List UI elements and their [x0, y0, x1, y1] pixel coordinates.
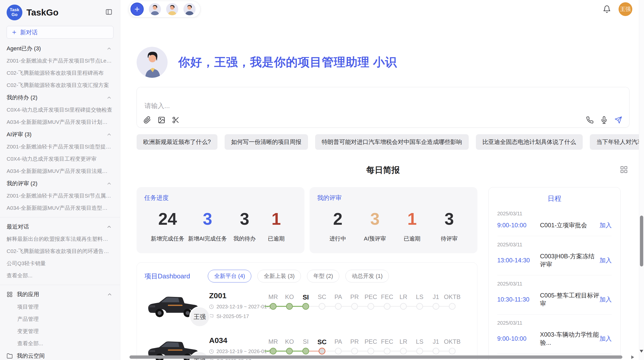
agent-avatar-1[interactable] [149, 3, 161, 15]
sidebar-collapse-icon[interactable] [105, 8, 112, 17]
agent-avatar-2[interactable] [166, 3, 178, 15]
milestone-label: PA [334, 293, 342, 301]
milestone-label: PEC [364, 338, 377, 345]
vertical-scrollbar-thumb[interactable] [640, 216, 643, 266]
sidebar-item[interactable]: A034-全新新能源MUV产品开发项目造型可行性评审 [0, 202, 120, 214]
recent-conversation-item[interactable]: 解释最新出台的欧盟报废车法规再生塑料比例被调至15%... [0, 233, 120, 245]
schedule-date: 2025/03/11 [497, 320, 612, 326]
sidebar-item[interactable]: C0X4-动力总成开发项目SI里程碑提交物检查 [0, 104, 120, 116]
apps-view-all[interactable]: 查看全部... [0, 337, 120, 350]
sidebar-item[interactable]: C0X4-动力总成开发项目工程变更评审 [0, 153, 120, 165]
schedule-join-button[interactable]: 加入 [599, 295, 612, 304]
app-item[interactable]: 产品管理 [0, 313, 120, 325]
apps-items: 项目管理产品管理变更管理 [0, 301, 120, 337]
schedule-item[interactable]: 2025/03/11 13:00-14:30 C003|H0B-方案冻结评审 加… [497, 236, 612, 275]
stat-label: 已逾期 [262, 235, 290, 243]
sidebar-section-header[interactable]: AI评审 (3) [0, 128, 120, 141]
sidebar-item[interactable]: Z001-全新燃油轻卡产品开发项目SI节点属性5D文件评审 [0, 190, 120, 202]
plus-icon [134, 6, 140, 12]
horizontal-scrollbar-thumb[interactable] [129, 355, 622, 359]
app-item[interactable]: 项目管理 [0, 301, 120, 313]
scroll-right-arrow-icon[interactable] [631, 355, 634, 359]
scroll-down-arrow-icon[interactable] [640, 350, 643, 353]
milestone-label: LS [416, 338, 423, 345]
vertical-scrollbar[interactable] [639, 0, 644, 360]
recent-conversation-item[interactable]: C02-飞腾新能源轻客改款项目的闭环通告反馈情况 [0, 245, 120, 257]
attachment-icon[interactable] [143, 116, 151, 124]
chevron-up-icon [106, 46, 112, 51]
schedule-item[interactable]: 2025/03/11 10:30-11:30 C005-整车工程目标评审 加入 [497, 275, 612, 314]
sidebar-item[interactable]: C02-飞腾新能源轻客改款项目立项汇报方案 [0, 79, 120, 91]
apps-section-header[interactable]: 我的应用 [0, 288, 120, 301]
milestone-label: MR [268, 293, 278, 301]
sidebar-link[interactable]: 我的云空间 [0, 350, 120, 360]
sidebar-item[interactable]: A034-全新新能源MUV产品开发项目法规符合性评审 [0, 165, 120, 177]
divider [0, 217, 120, 217]
dashboard-tab[interactable]: 全新平台 (4) [208, 270, 251, 282]
sidebar-section-title: Agent已办 (3) [7, 45, 41, 52]
suggestion-chip[interactable]: 特朗普可能对进口汽车增税会对中国车企造成哪些影响 [315, 134, 469, 150]
image-upload-icon[interactable] [158, 116, 165, 124]
assistant-hero: 你好，王强，我是你的项目管理助理 小识 [137, 47, 630, 78]
recent-view-all[interactable]: 查看全部... [0, 269, 120, 282]
stat: 2 进行中 [324, 211, 352, 243]
horizontal-scrollbar[interactable] [128, 355, 634, 359]
agent-avatar-3[interactable] [183, 3, 196, 15]
voice-call-icon[interactable] [586, 116, 594, 124]
schedule-join-button[interactable]: 加入 [599, 256, 612, 264]
sidebar-section-header[interactable]: Agent已办 (3) [0, 42, 120, 55]
milestone-label: PEC [364, 293, 377, 301]
stat-label: 我的待办 [231, 235, 259, 243]
suggestion-chip[interactable]: 比亚迪全固态电池计划具体说了什么 [476, 134, 583, 150]
milestone-label: PA [334, 338, 342, 345]
suggestion-chip[interactable]: 欧洲新规最近颁布了什么? [137, 134, 217, 150]
schedule-item[interactable]: 2025/03/11 9:00-10:00 C001-立项审批会 加入 [497, 205, 612, 236]
sidebar-item[interactable]: Z001-全新燃油皮卡产品开发项目SI节点Lesson Learn报告 [0, 55, 120, 67]
recent-section-header[interactable]: 最近对话 [0, 220, 120, 233]
suggestion-chip[interactable]: 当下年轻人对汽车外观有怎样的喜好趋势 [590, 134, 639, 150]
stat-label: 待评审 [435, 235, 463, 243]
milestone-label: MR [268, 338, 278, 345]
sidebar-item[interactable]: A034-全新新能源MUV产品开发项目计划变更表编写 [0, 116, 120, 128]
stat: 1 已逾期 [398, 211, 426, 243]
sidebar-section-header[interactable]: 我的评审 (2) [0, 177, 120, 190]
add-agent-button[interactable] [130, 3, 144, 16]
milestone-label: PR [350, 293, 359, 301]
dashboard-tab[interactable]: 年型 (2) [307, 270, 339, 282]
schedule-join-button[interactable]: 加入 [599, 221, 612, 229]
microphone-icon[interactable] [600, 116, 608, 124]
send-icon[interactable] [614, 116, 622, 124]
user-avatar[interactable]: 王强 [619, 2, 632, 16]
chevron-up-icon [106, 95, 112, 100]
recent-conversation-item[interactable]: 公司Q3轻卡销量 [0, 257, 120, 269]
message-input[interactable] [137, 87, 629, 127]
schedule-item[interactable]: 2025/03/11 9:00-10:00 X003-车辆动力学性能验... 加… [497, 314, 612, 354]
project-row[interactable]: 王强 Z001 2023-12-19 ~ 2027-01-19 SI-2025-… [137, 282, 477, 327]
stat-value: 24 [151, 211, 184, 227]
new-chat-button[interactable]: 新对话 [7, 26, 113, 39]
sidebar-links: 我的云空间 我的收藏 [0, 350, 120, 360]
app-item[interactable]: 变更管理 [0, 325, 120, 337]
milestone-label: LR [400, 293, 407, 301]
schedule-join-button[interactable]: 加入 [599, 335, 612, 343]
milestone-label: SC [317, 338, 327, 346]
milestone-label: PR [350, 338, 359, 345]
app-logo: Task Go [7, 5, 22, 20]
sidebar-item[interactable]: C02-飞腾新能源轻客改款项目里程碑画布 [0, 67, 120, 79]
sidebar-item[interactable]: Z001-全新燃油轻卡产品开发项目SI造型提交物评审 [0, 141, 120, 153]
milestone-label: FEC [381, 293, 393, 301]
stat-card: 任务进度 24 新增完成任务 3 新增AI完成任务 3 我的待办 1 已逾期 [137, 187, 304, 253]
stat-card-title: 我的评审 [317, 194, 470, 202]
dashboard-tab[interactable]: 全新上装 (3) [257, 270, 301, 282]
scissors-icon[interactable] [172, 116, 180, 124]
suggestion-chip[interactable]: 如何写一份清晰的项目周报 [225, 134, 308, 150]
schedule-card: 日程 2025/03/11 9:00-10:00 C001-立项审批会 加入 2… [488, 187, 621, 360]
layout-grid-icon[interactable] [620, 166, 628, 175]
stat-label: 进行中 [324, 235, 352, 243]
sidebar-section-header[interactable]: 我的待办 (2) [0, 91, 120, 104]
schedule-name: X003-车辆动力学性能验... [540, 331, 599, 347]
notification-bell-icon[interactable] [603, 5, 611, 13]
folder-icon [7, 353, 13, 359]
plus-icon [11, 29, 17, 35]
dashboard-tab[interactable]: 动总开发 (1) [345, 270, 389, 282]
